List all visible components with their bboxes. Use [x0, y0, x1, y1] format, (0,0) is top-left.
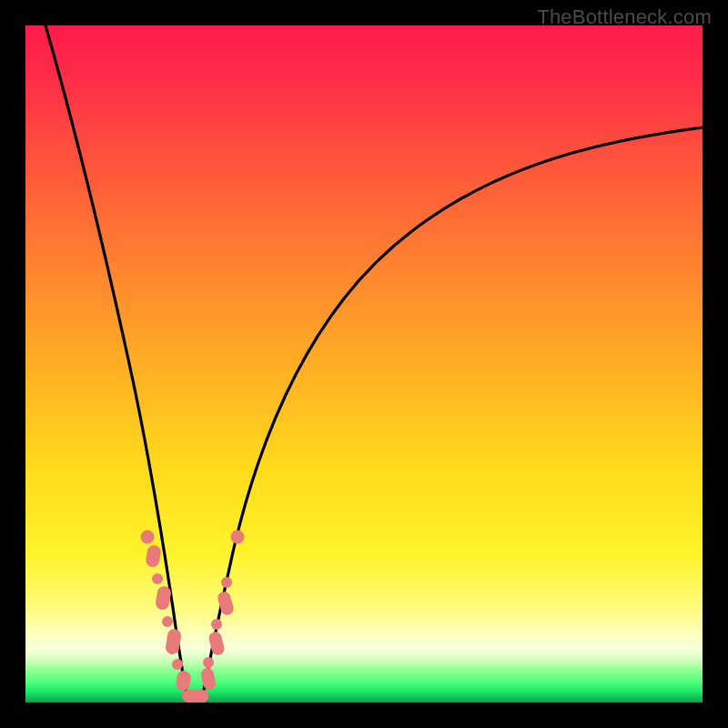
marker-dot — [172, 659, 183, 670]
marker-dot — [162, 616, 173, 627]
marker-dot — [221, 577, 232, 588]
marker-dot — [231, 531, 245, 544]
marker-dot — [152, 573, 163, 584]
watermark-text: TheBottleneck.com — [537, 5, 712, 29]
outer-frame: TheBottleneck.com — [0, 0, 728, 728]
marker-dot — [211, 619, 222, 630]
marker-pill — [176, 670, 192, 692]
curve-right-branch — [202, 127, 703, 699]
marker-dot — [203, 657, 214, 668]
marker-pill — [155, 585, 172, 611]
chart-svg — [25, 25, 703, 703]
marker-dot — [196, 690, 208, 703]
marker-pill — [200, 667, 217, 691]
marker-dot — [182, 690, 195, 703]
marker-pill — [145, 544, 162, 568]
plot-area — [25, 25, 703, 703]
marker-dot — [141, 531, 155, 544]
